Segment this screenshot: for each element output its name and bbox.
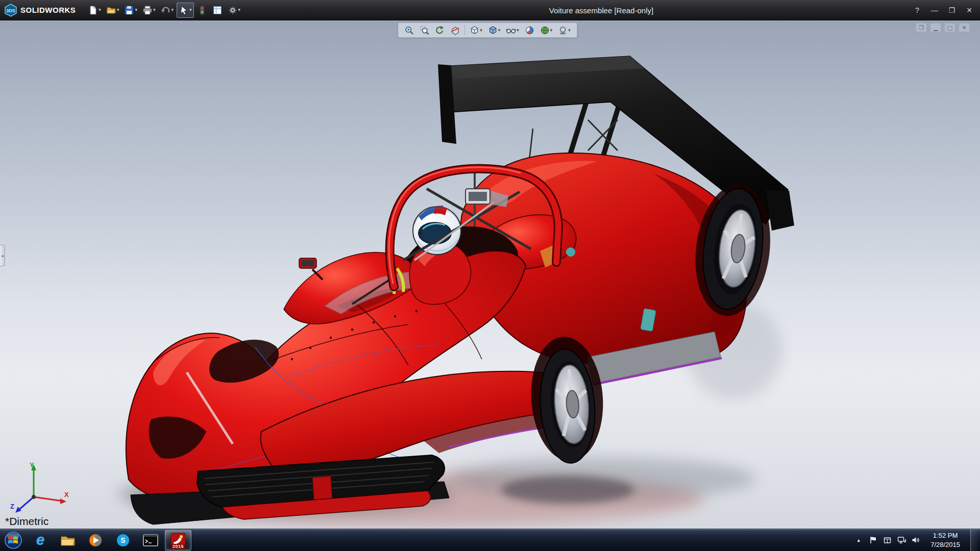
quick-access-toolbar: ▾ ▾ ▾ ▾ ▾ xyxy=(83,3,242,18)
media-player-button[interactable] xyxy=(82,530,109,550)
zoom-to-fit-button[interactable] xyxy=(402,23,416,37)
scene-globe-icon xyxy=(540,26,550,35)
svg-text:S: S xyxy=(120,536,125,544)
rebuild-button[interactable] xyxy=(195,3,209,18)
3ds-logo-icon: 3DS xyxy=(4,4,17,17)
help-button[interactable]: ? xyxy=(910,4,925,16)
svg-text:3DS: 3DS xyxy=(6,8,15,13)
skype-button[interactable]: S xyxy=(110,530,136,550)
show-hidden-icons-button[interactable]: ▲ xyxy=(854,536,863,545)
solidworks-taskbar-button[interactable]: 2015 xyxy=(165,530,191,550)
dropdown-caret[interactable]: ▾ xyxy=(171,8,174,12)
dropdown-caret[interactable]: ▾ xyxy=(517,28,519,33)
internet-explorer-button[interactable]: e xyxy=(27,530,54,550)
reference-triad: Y X Z xyxy=(9,460,70,516)
taskbar: e S xyxy=(0,529,980,551)
doc-close-button[interactable]: ✕ xyxy=(959,23,970,32)
skype-icon: S xyxy=(116,533,130,547)
command-prompt-button[interactable] xyxy=(137,530,164,550)
select-cursor-icon xyxy=(179,5,189,15)
dropdown-caret[interactable]: ▾ xyxy=(498,28,501,33)
section-view-button[interactable] xyxy=(448,23,462,37)
doc-restore-button[interactable]: ❐ xyxy=(916,23,927,32)
teal-detail xyxy=(566,247,575,257)
car-model[interactable] xyxy=(126,56,794,524)
speaker-icon xyxy=(912,536,920,544)
dropdown-caret[interactable]: ▾ xyxy=(189,8,192,12)
apply-scene-button[interactable]: ▾ xyxy=(538,23,555,37)
doc-minimize-button[interactable]: ▁ xyxy=(930,23,941,32)
app-brand: 3DS SOLIDWORKS xyxy=(0,0,83,20)
windows-explorer-button[interactable] xyxy=(55,530,81,550)
select-button[interactable]: ▾ xyxy=(177,3,194,18)
media-player-icon xyxy=(88,533,103,547)
display-style-icon xyxy=(488,26,498,35)
network-tray-button[interactable] xyxy=(897,536,906,545)
dropdown-caret[interactable]: ▾ xyxy=(480,28,482,33)
undo-button[interactable]: ▾ xyxy=(158,3,176,18)
close-button[interactable]: ✕ xyxy=(962,4,977,16)
open-button[interactable]: ▾ xyxy=(104,3,121,18)
previous-view-button[interactable] xyxy=(433,23,447,37)
triad-z-label: Z xyxy=(10,503,14,510)
windows-orb-icon xyxy=(4,531,23,550)
graphics-viewport[interactable]: ▾ ▾ ▾ ▾ xyxy=(0,20,980,529)
window-title: Voiture assemblee [Read-only] xyxy=(549,0,653,20)
appearance-sphere-icon xyxy=(525,26,534,35)
action-center-flag-button[interactable] xyxy=(868,536,877,545)
triad-x-label: X xyxy=(64,491,69,498)
model-canvas[interactable] xyxy=(0,20,980,529)
view-settings-icon xyxy=(558,26,568,35)
save-button[interactable]: ▾ xyxy=(122,3,139,18)
document-window-controls: ❐ ▁ ▢ ✕ xyxy=(916,23,970,32)
zoom-to-area-button[interactable] xyxy=(418,23,431,37)
zoom-fit-icon xyxy=(404,26,414,35)
heads-up-view-toolbar: ▾ ▾ ▾ ▾ xyxy=(398,22,577,38)
system-tray: ▲ 1:52 PM xyxy=(854,529,980,551)
clock-time: 1:52 PM xyxy=(930,531,960,540)
triad-y-label: Y xyxy=(30,461,34,469)
feature-panel-tab[interactable]: ◂ xyxy=(0,245,5,266)
show-desktop-button[interactable] xyxy=(970,529,978,551)
dropdown-caret[interactable]: ▾ xyxy=(117,8,119,12)
installer-tray-button[interactable] xyxy=(883,536,892,545)
dropdown-caret[interactable]: ▾ xyxy=(135,8,137,12)
file-properties-button[interactable] xyxy=(210,3,225,18)
flag-icon xyxy=(869,536,876,544)
brand-name: SOLIDWORKS xyxy=(20,6,76,14)
network-monitor-icon xyxy=(897,536,906,544)
new-document-button[interactable]: ▾ xyxy=(86,3,103,18)
file-properties-icon xyxy=(212,5,223,15)
maximize-button[interactable]: ❐ xyxy=(944,4,960,16)
zoom-area-icon xyxy=(420,26,429,35)
print-button[interactable]: ▾ xyxy=(140,3,158,18)
display-style-button[interactable]: ▾ xyxy=(486,23,503,37)
clock-date: 7/28/2015 xyxy=(930,540,960,549)
minimize-button[interactable]: — xyxy=(927,4,942,16)
hide-show-items-button[interactable]: ▾ xyxy=(504,23,521,37)
volume-tray-button[interactable] xyxy=(911,536,920,545)
options-gear-icon xyxy=(228,5,238,15)
rebuild-traffic-light-icon xyxy=(197,5,207,15)
toolbar-separator xyxy=(464,25,465,35)
console-window-icon xyxy=(143,534,158,546)
dropdown-caret[interactable]: ▾ xyxy=(153,8,156,12)
taskbar-items: e S xyxy=(27,529,192,551)
view-orientation-label: *Dimetric xyxy=(5,515,48,528)
taskbar-clock[interactable]: 1:52 PM 7/28/2015 xyxy=(925,531,965,549)
options-button[interactable]: ▾ xyxy=(226,3,243,18)
dropdown-caret[interactable]: ▾ xyxy=(568,28,571,33)
start-button[interactable] xyxy=(0,529,27,551)
view-settings-button[interactable]: ▾ xyxy=(556,23,573,37)
edit-appearance-button[interactable] xyxy=(523,23,536,37)
view-orientation-button[interactable]: ▾ xyxy=(468,23,484,37)
eyeglasses-icon xyxy=(506,26,516,35)
folder-icon xyxy=(60,534,76,547)
doc-maximize-button[interactable]: ▢ xyxy=(944,23,955,32)
open-folder-icon xyxy=(106,5,116,15)
dropdown-caret[interactable]: ▾ xyxy=(99,8,101,12)
previous-view-icon xyxy=(435,26,445,35)
dropdown-caret[interactable]: ▾ xyxy=(550,28,553,33)
dropdown-caret[interactable]: ▾ xyxy=(238,8,241,12)
view-cube-icon xyxy=(470,26,479,35)
